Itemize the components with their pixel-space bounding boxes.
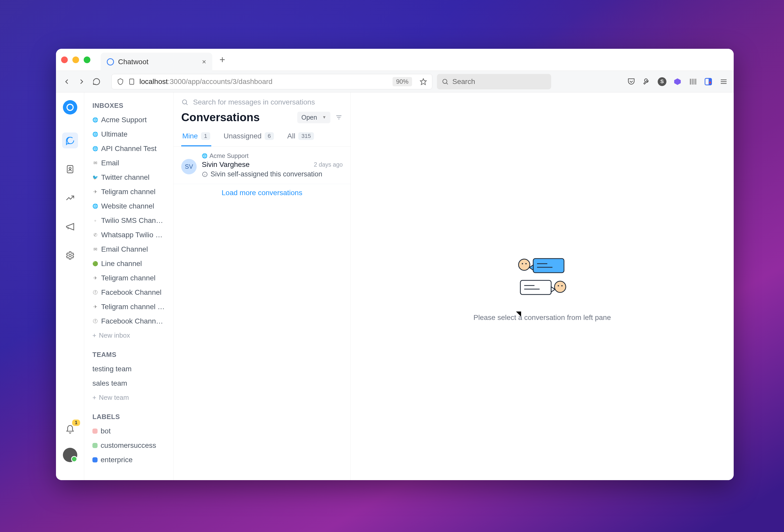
label-item[interactable]: customersuccess xyxy=(88,438,170,453)
mail-icon: ✉ xyxy=(92,247,98,252)
new-inbox-button[interactable]: +New inbox xyxy=(88,328,170,342)
sidebar: INBOXES 🌐Acme Support🌐Ultimate🌐API Chann… xyxy=(84,92,173,480)
svg-point-27 xyxy=(522,263,523,264)
tab-count: 1 xyxy=(201,132,210,140)
extension2-icon[interactable] xyxy=(704,77,712,86)
inbox-label: Line channel xyxy=(101,259,142,268)
inbox-item[interactable]: ✈Teligram channel xyxy=(88,185,170,199)
rail-contacts[interactable] xyxy=(62,161,78,177)
tab-count: 6 xyxy=(265,132,274,140)
load-more-button[interactable]: Load more conversations xyxy=(173,184,351,201)
empty-state-text: Please select a conversation from left p… xyxy=(473,313,611,322)
wrench-icon[interactable] xyxy=(642,77,651,86)
svg-point-2 xyxy=(443,79,447,83)
extension-icon[interactable] xyxy=(673,77,682,86)
svg-point-35 xyxy=(561,285,563,286)
inbox-item[interactable]: 🌐API Channel Test xyxy=(88,141,170,156)
label-color-dot xyxy=(92,443,97,448)
rail-settings[interactable] xyxy=(62,248,78,263)
mail-icon: ✉ xyxy=(92,160,98,166)
grid-icon[interactable] xyxy=(689,77,697,86)
label-text: enterprice xyxy=(101,456,133,464)
globe-icon: 🌐 xyxy=(92,132,98,137)
globe-icon: 🌐 xyxy=(92,146,98,151)
svg-rect-0 xyxy=(130,79,134,84)
inbox-label: API Channel Test xyxy=(101,144,157,153)
inbox-label: Acme Support xyxy=(101,116,147,124)
new-tab-button[interactable]: + xyxy=(220,54,225,65)
svg-line-19 xyxy=(186,104,188,105)
rail-notifications[interactable]: 1 xyxy=(62,422,78,438)
inbox-label: Email Channel xyxy=(101,245,148,253)
tab-close-icon[interactable]: × xyxy=(202,58,206,66)
window-minimize[interactable] xyxy=(73,56,79,63)
inbox-item[interactable]: 🐦Twitter channel xyxy=(88,170,170,185)
rail-campaigns[interactable] xyxy=(62,219,78,235)
line-icon: 🟢 xyxy=(92,261,98,267)
team-item[interactable]: testing team xyxy=(88,362,170,376)
menu-icon[interactable] xyxy=(719,77,728,86)
rail-conversations[interactable] xyxy=(62,133,78,148)
browser-window: Chatwoot × + localhost:3000/app/accounts… xyxy=(56,49,734,480)
globe-icon: 🌐 xyxy=(92,117,98,123)
app-logo[interactable] xyxy=(63,100,77,114)
bookmark-star-icon[interactable] xyxy=(420,78,427,85)
conversation-item[interactable]: SV 🌐 Acme Support Sivin Varghese 2 days … xyxy=(173,147,351,184)
back-button[interactable] xyxy=(62,77,72,87)
team-label: sales team xyxy=(92,379,127,388)
rail-reports[interactable] xyxy=(62,190,78,206)
inbox-item[interactable]: ✈Teligram channel xyxy=(88,271,170,285)
conversation-search[interactable]: Search for messages in conversations xyxy=(173,92,351,109)
profile-s-icon[interactable]: S xyxy=(658,77,666,86)
inbox-item[interactable]: 🌐Ultimate xyxy=(88,127,170,141)
inbox-label: Teligram channel xyxy=(101,274,156,282)
svg-point-26 xyxy=(519,259,530,270)
label-item[interactable]: enterprice xyxy=(88,453,170,467)
conversation-tab[interactable]: All315 xyxy=(286,129,315,146)
rail-avatar[interactable] xyxy=(63,448,77,462)
inbox-item[interactable]: ⓕFacebook Channel xyxy=(88,285,170,300)
page-icon xyxy=(128,78,135,85)
inbox-item[interactable]: ✉Email Channel xyxy=(88,242,170,256)
inbox-item[interactable]: 🌐Website channel xyxy=(88,199,170,213)
inbox-item[interactable]: ✈Teligram channel bot xyxy=(88,300,170,314)
pocket-icon[interactable] xyxy=(627,77,636,86)
inbox-label: Teligram channel xyxy=(101,188,156,196)
conversation-tab[interactable]: Unassigned6 xyxy=(223,129,275,146)
window-close[interactable] xyxy=(61,56,68,63)
reload-button[interactable] xyxy=(91,77,102,87)
zoom-level[interactable]: 90% xyxy=(393,77,412,86)
new-team-button[interactable]: +New team xyxy=(88,391,170,404)
team-item[interactable]: sales team xyxy=(88,376,170,391)
conversation-search-placeholder: Search for messages in conversations xyxy=(193,98,315,106)
conversation-channel: 🌐 Acme Support xyxy=(202,152,343,160)
whatsapp-icon: ✆ xyxy=(92,232,98,238)
browser-tab[interactable]: Chatwoot × xyxy=(101,53,212,71)
last-message: Sivin self-assigned this conversation xyxy=(202,170,343,178)
inboxes-header: INBOXES xyxy=(88,99,170,113)
label-item[interactable]: bot xyxy=(88,424,170,438)
inbox-item[interactable]: ✆Whatsapp Twilio C... xyxy=(88,228,170,242)
svg-point-28 xyxy=(526,263,527,264)
url-bar: localhost:3000/app/accounts/3/dashboard … xyxy=(56,71,734,92)
inbox-item[interactable]: 🟢Line channel xyxy=(88,256,170,271)
address-bar[interactable]: localhost:3000/app/accounts/3/dashboard … xyxy=(111,74,432,89)
filter-icon[interactable] xyxy=(335,113,343,121)
search-icon xyxy=(442,78,449,85)
svg-marker-1 xyxy=(420,79,426,84)
inbox-item[interactable]: ✉Email xyxy=(88,156,170,170)
search-icon xyxy=(181,99,189,106)
browser-search-input[interactable]: Search xyxy=(437,74,551,89)
status-filter-dropdown[interactable]: Open xyxy=(297,112,330,123)
inbox-item[interactable]: 🌐Acme Support xyxy=(88,113,170,127)
window-maximize[interactable] xyxy=(84,56,90,63)
inbox-item[interactable]: ▫Twilio SMS Channel xyxy=(88,213,170,228)
conversation-tab[interactable]: Mine1 xyxy=(181,129,211,146)
forward-button[interactable] xyxy=(77,77,87,87)
inbox-label: Facebook Channel ... xyxy=(101,317,165,325)
sms-icon: ▫ xyxy=(92,218,98,223)
facebook-icon: ⓕ xyxy=(92,290,98,295)
empty-illustration xyxy=(514,251,570,303)
inbox-item[interactable]: ⓕFacebook Channel ... xyxy=(88,314,170,328)
inbox-label: Email xyxy=(101,159,119,167)
